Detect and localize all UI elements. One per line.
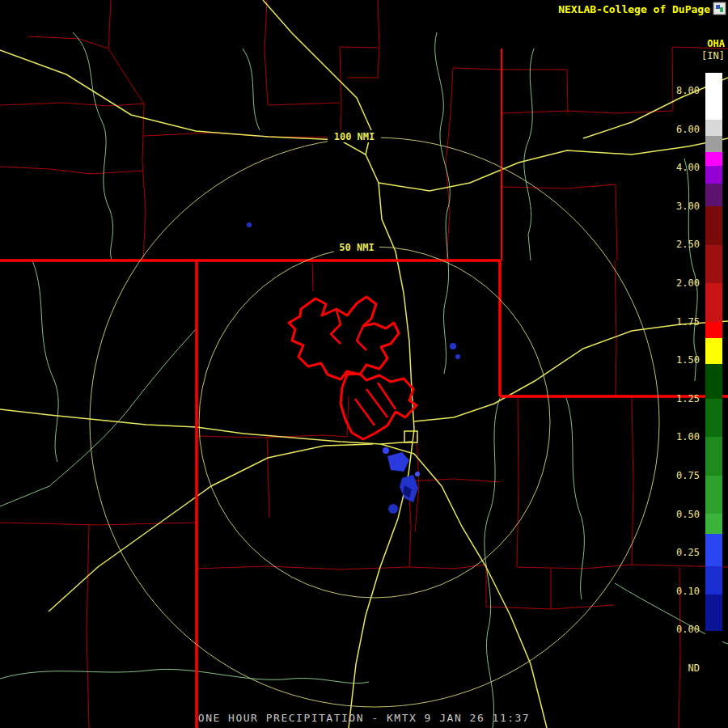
legend-label: 1.75 [676,316,700,328]
ring-label-50nmi: 50 NMI [339,242,374,253]
legend-label: 8.00 [676,85,700,96]
brand-logo-icon [713,2,726,15]
legend-label: ND [688,662,700,674]
legend-segment [705,166,722,184]
legend-segment [705,338,722,364]
legend-segment [705,184,722,206]
product-code-label: OHA [707,38,725,49]
legend-label: 0.25 [676,547,700,558]
legend-segment [705,595,722,631]
map-background [0,0,728,728]
legend-label: 0.50 [676,509,700,520]
legend-segment [705,322,722,338]
legend-segment [705,399,722,437]
legend-label: 3.00 [676,201,700,212]
legend-segment [705,566,722,595]
legend-label: 1.50 [676,354,700,366]
product-units-label: [IN] [701,50,725,61]
legend-label: 2.00 [676,277,700,289]
legend-segments [705,73,722,688]
legend-segment [705,534,722,566]
legend-label: 0.10 [676,586,700,597]
legend-segment [705,136,722,152]
legend-segment [705,152,722,166]
legend-label: 6.00 [676,124,700,135]
brand-title: NEXLAB-College of DuPage [558,3,710,15]
legend-segment [705,364,722,399]
legend-label: 4.00 [676,162,700,173]
legend-segment [705,206,722,245]
legend-segment [705,437,722,476]
legend-label: 0.75 [676,470,700,481]
ring-label-100nmi: 100 NMI [334,131,375,142]
radar-map: 100 NMI 50 NMI 8.006.004.003.002.502.001… [0,0,728,728]
legend-segment [705,120,722,136]
legend-label: 1.25 [676,393,700,404]
legend-segment [705,476,722,514]
legend-label: 1.00 [676,431,700,442]
legend-segment [705,283,722,322]
legend-segment [705,514,722,534]
legend-label: 2.50 [676,239,700,250]
legend-segment [705,245,722,283]
legend-segment [705,73,722,120]
radar-screen: 100 NMI 50 NMI 8.006.004.003.002.502.001… [0,0,728,728]
legend-label: 0.00 [676,624,700,635]
footer-product-title: ONE HOUR PRECIPITATION - KMTX 9 JAN 26 1… [198,712,530,724]
legend-segment [705,631,722,688]
